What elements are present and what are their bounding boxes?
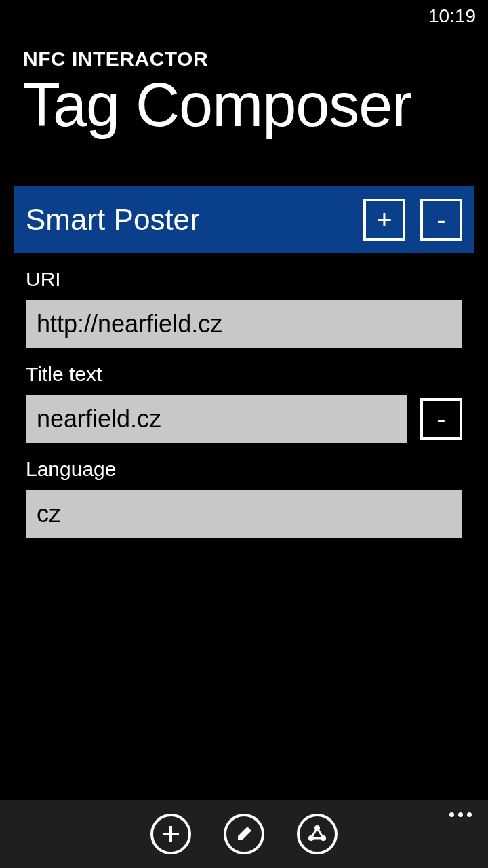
minus-icon: - (436, 206, 445, 233)
status-bar: 10:19 (0, 0, 488, 27)
svg-rect-1 (163, 833, 179, 835)
title-text-label: Title text (26, 363, 462, 386)
language-label: Language (26, 458, 462, 481)
dot-icon (449, 812, 454, 817)
add-record-button[interactable]: + (363, 199, 405, 241)
section-title: Smart Poster (26, 203, 200, 237)
section-header: Smart Poster + - (14, 186, 474, 253)
title-text-input[interactable] (26, 395, 407, 443)
status-time: 10:19 (428, 5, 476, 27)
language-group: Language (14, 458, 474, 538)
language-input[interactable] (26, 490, 462, 538)
remove-title-button[interactable]: - (420, 398, 462, 440)
uri-input[interactable] (26, 300, 462, 348)
title-text-group: Title text - (14, 363, 474, 443)
content: Smart Poster + - URI Title text - Langua… (0, 138, 488, 538)
appbar-add-button[interactable] (150, 814, 191, 854)
appbar-more-button[interactable] (449, 812, 472, 817)
plus-icon (160, 823, 182, 845)
remove-record-button[interactable]: - (420, 199, 462, 241)
page-title: Tag Composer (23, 73, 473, 138)
uri-label: URI (26, 268, 462, 291)
share-icon (306, 823, 328, 845)
header: NFC INTERACTOR Tag Composer (0, 27, 488, 138)
appbar-share-button[interactable] (297, 814, 338, 854)
plus-icon: + (376, 206, 392, 233)
uri-group: URI (14, 268, 474, 348)
edit-icon (234, 824, 254, 844)
dot-icon (467, 812, 472, 817)
app-bar (0, 800, 488, 868)
app-title: NFC INTERACTOR (23, 47, 473, 71)
appbar-edit-button[interactable] (224, 814, 264, 854)
dot-icon (458, 812, 463, 817)
minus-icon: - (436, 406, 445, 433)
section-buttons: + - (363, 199, 462, 241)
